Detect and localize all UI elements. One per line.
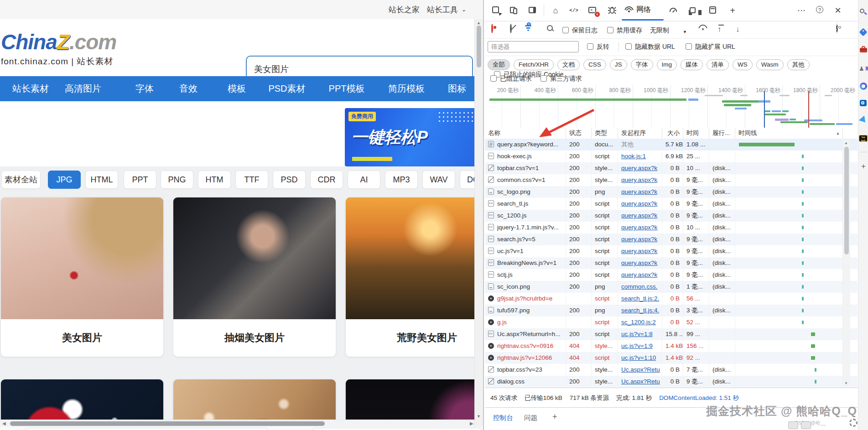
format-chip-wav[interactable]: WAV xyxy=(422,171,455,189)
nav-item-9[interactable]: 图标 xyxy=(448,83,466,95)
disable-cache-checkbox[interactable]: 禁用缓存 xyxy=(607,26,642,36)
nav-item-4[interactable]: 音效 xyxy=(179,83,198,95)
topbar-link-webmaster-tools[interactable]: 站长工具 xyxy=(427,5,458,15)
request-initiator[interactable]: 其他 xyxy=(618,139,662,150)
request-initiator[interactable]: search_tl.js:2. xyxy=(618,293,662,305)
nav-item-3[interactable]: 字体 xyxy=(135,83,154,95)
request-name[interactable]: topbar.css?v=23 xyxy=(485,364,566,376)
more-options-icon[interactable]: ⋯ xyxy=(796,5,806,16)
request-initiator[interactable]: Uc.aspx?Retu xyxy=(618,376,662,388)
request-filter-chip-ws[interactable]: WS xyxy=(733,59,753,70)
image-card[interactable]: 抽烟美女图片 xyxy=(173,197,336,357)
request-initiator[interactable]: uc.js?v=1:10 xyxy=(618,352,662,364)
request-row[interactable]: uc.js?v=1200scriptquery.aspx?k0 B9 毫...(… xyxy=(485,245,858,257)
column-header-4[interactable]: 发起程序 xyxy=(618,128,662,139)
request-initiator[interactable]: query.aspx?k xyxy=(618,210,662,222)
format-chip-htm[interactable]: HTM xyxy=(198,171,231,189)
topbar-link-chinaz-home[interactable]: 站长之家 xyxy=(389,5,420,15)
format-chip-mp3[interactable]: MP3 xyxy=(385,171,418,189)
vidhub-icon[interactable]: Vidhub xyxy=(859,134,868,143)
microsoft365-icon[interactable] xyxy=(859,82,868,91)
drawer-add-plus-icon[interactable]: + xyxy=(552,412,557,422)
request-name[interactable]: g.js xyxy=(485,316,566,328)
memory-tab-icon[interactable] xyxy=(688,5,698,16)
request-initiator[interactable]: query.aspx?k xyxy=(618,174,662,186)
request-row[interactable]: sc_icon.png200pngcommon.css.0 B1 毫...(di… xyxy=(485,281,858,293)
request-filter-chip--[interactable]: 字体 xyxy=(631,59,653,70)
request-row[interactable]: g.jsscriptsc_1200.js:20 B52 ... xyxy=(485,316,858,328)
nav-item-1[interactable]: 站长素材 xyxy=(12,83,49,95)
request-row[interactable]: sctj.js200scriptquery.aspx?k0 B9 毫...(di… xyxy=(485,269,858,281)
request-initiator[interactable]: query.aspx?k xyxy=(618,233,662,245)
request-initiator[interactable]: sc_1200.js:2 xyxy=(618,316,662,328)
application-tab-icon[interactable] xyxy=(708,5,718,16)
record-network-log-button[interactable] xyxy=(491,25,493,35)
issues-bug-icon[interactable] xyxy=(607,5,617,16)
column-header-5[interactable]: 大小 xyxy=(662,128,683,139)
outlook-icon[interactable] xyxy=(859,98,868,108)
toolbox-icon[interactable] xyxy=(859,45,868,54)
request-name[interactable]: uc.js?v=1 xyxy=(485,245,566,257)
request-name[interactable]: g9jsat.js?hcrulrbd=e xyxy=(485,293,566,305)
format-chip-素材全站[interactable]: 素材全站 xyxy=(1,171,41,189)
shopping-tag-icon[interactable] xyxy=(859,28,868,37)
request-name[interactable]: search_tl.js xyxy=(485,198,566,210)
request-row[interactable]: search_tl.js200scriptquery.aspx?k0 B9 毫.… xyxy=(485,198,858,210)
dock-side-icon[interactable] xyxy=(528,5,538,16)
export-har-icon[interactable]: ↓ xyxy=(736,25,740,35)
request-name[interactable]: rightnav.js?v=12066 xyxy=(485,352,566,364)
import-har-icon[interactable]: ↑ xyxy=(717,25,722,35)
scroll-up-icon[interactable]: ▲ xyxy=(477,21,481,25)
column-header-8[interactable]: 时间线 xyxy=(735,128,843,139)
request-row[interactable]: topbar.css?v=23200style...Uc.aspx?Retu0 … xyxy=(485,364,858,376)
nav-item-8[interactable]: 简历模板 xyxy=(388,83,425,95)
devtools-divider[interactable] xyxy=(483,0,484,430)
request-row[interactable]: jquery-1.7.1.min.js?v...200scriptquery.a… xyxy=(485,222,858,233)
request-name[interactable]: sc_1200.js xyxy=(485,210,566,222)
request-row[interactable]: rightnav.js?v=12066404scriptuc.js?v=1:10… xyxy=(485,352,858,364)
request-name[interactable]: hook-exec.js xyxy=(485,150,566,162)
games-chess-icon[interactable]: ♟♜ xyxy=(859,64,868,73)
column-header-6[interactable]: 时间 xyxy=(683,128,709,139)
page-vertical-scrollbar[interactable]: ▲ ▼ xyxy=(474,19,483,427)
request-row[interactable]: common.css?v=1200style...query.aspx?k0 B… xyxy=(485,174,858,186)
third-party-requests-checkbox[interactable]: 第三方请求 xyxy=(541,74,582,84)
request-filter-chip-img[interactable]: Img xyxy=(657,59,677,70)
network-filter-input[interactable] xyxy=(488,41,579,52)
request-initiator[interactable]: query.aspx?k xyxy=(618,257,662,269)
request-initiator[interactable]: query.aspx?k xyxy=(618,222,662,233)
format-chip-ppt[interactable]: PPT xyxy=(124,171,156,189)
image-card[interactable] xyxy=(173,379,336,420)
performance-tab-icon[interactable] xyxy=(669,5,679,16)
request-name[interactable]: common.css?v=1 xyxy=(485,174,566,186)
request-name[interactable]: sc_logo.png xyxy=(485,186,566,198)
request-initiator[interactable]: uc.js?v=1:9 xyxy=(618,340,662,352)
hide-extension-url-checkbox[interactable]: 隐藏扩展 URL xyxy=(686,42,735,52)
table-scroll-down-icon[interactable]: ▼ xyxy=(844,381,848,385)
nav-item-5[interactable]: 模板 xyxy=(228,83,246,95)
request-filter-chip-fetch-xhr[interactable]: Fetch/XHR xyxy=(514,59,554,70)
clear-network-log-button[interactable] xyxy=(510,25,512,35)
request-initiator[interactable]: query.aspx?k xyxy=(618,269,662,281)
request-name[interactable]: Uc.aspx?Returnurl=h... xyxy=(485,328,566,340)
blocked-requests-checkbox[interactable]: 已阻止请求 xyxy=(490,74,532,84)
request-row[interactable]: tufu597.png200pngsearch_tl.js:4.0 B3 毫..… xyxy=(485,305,858,316)
table-scroll-thumb[interactable] xyxy=(844,147,849,254)
request-initiator[interactable]: uc.js?v=1:8 xyxy=(618,328,662,340)
request-row[interactable]: topbar.css?v=1200style...query.aspx?k0 B… xyxy=(485,162,858,174)
horizontal-scrollbar[interactable]: ◀ ▶ xyxy=(0,420,483,427)
request-row[interactable]: sc_logo.png200pngquery.aspx?k0 B9 毫...(d… xyxy=(485,186,858,198)
request-name[interactable]: rightnav.css?v=0916 xyxy=(485,340,566,352)
request-initiator[interactable]: Uc.aspx?Retu xyxy=(618,364,662,376)
request-row[interactable]: Uc.aspx?Returnurl=h...200scriptuc.js?v=1… xyxy=(485,328,858,340)
request-row[interactable]: BreakingNews.js?v=1200scriptquery.aspx?k… xyxy=(485,257,858,269)
network-overview-timeline[interactable]: 200 毫秒400 毫秒600 毫秒800 毫秒1000 毫秒1200 毫秒14… xyxy=(485,85,858,128)
invert-filter-checkbox[interactable]: 反转 xyxy=(587,42,609,52)
request-name[interactable]: jquery-1.7.1.min.js?v... xyxy=(485,222,566,233)
ad-banner[interactable]: 免费商用 一键轻松P xyxy=(345,108,477,166)
request-row[interactable]: query.aspx?keyword...200docu...其他5.7 kB1… xyxy=(485,139,858,150)
table-scroll-up-icon[interactable]: ▲ xyxy=(844,141,848,145)
requests-table-scrollbar[interactable]: ▲ ▼ xyxy=(843,140,850,387)
format-chip-ai[interactable]: AI xyxy=(348,171,380,189)
image-card[interactable]: 美女图片 xyxy=(1,197,163,357)
